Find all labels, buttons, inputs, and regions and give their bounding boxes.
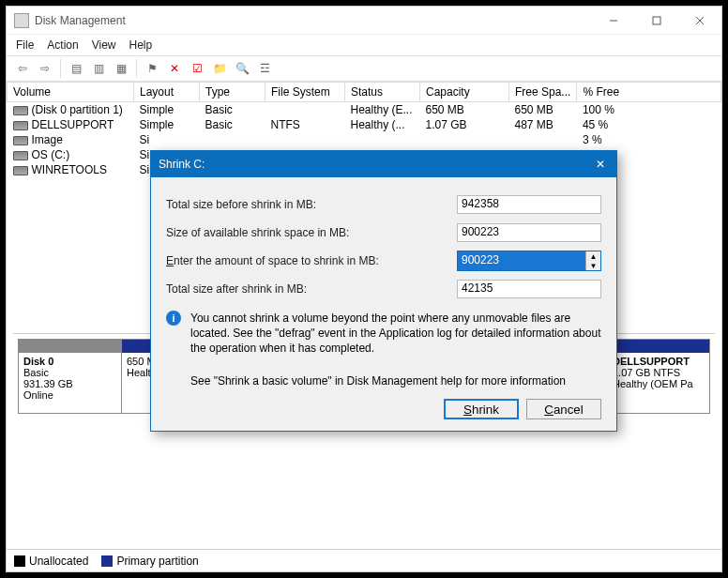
col-free[interactable]: Free Spa... [509, 83, 577, 102]
properties-icon[interactable]: ☲ [254, 58, 275, 79]
back-icon[interactable]: ⇦ [12, 58, 33, 79]
menu-view[interactable]: View [92, 38, 116, 52]
partition-dellsupport[interactable]: DELLSUPPORT 1.07 GB NTFS Healthy (OEM Pa [608, 340, 709, 413]
cancel-button[interactable]: Cancel [526, 399, 601, 419]
close-button[interactable] [678, 7, 721, 35]
disk-info: Disk 0 Basic 931.39 GB Online [19, 340, 122, 413]
titlebar: Disk Management [7, 7, 721, 35]
maximize-button[interactable] [635, 7, 678, 35]
input-shrink-amount[interactable]: 900223 ▲ ▼ [457, 251, 601, 271]
shrink-button[interactable]: Shrink [444, 399, 519, 419]
dialog-title: Shrink C: [159, 158, 592, 171]
view-mid-icon[interactable]: ▥ [88, 58, 109, 79]
dialog-titlebar: Shrink C: ✕ [151, 151, 616, 177]
value-total-after: 42135 [457, 280, 601, 298]
menu-help[interactable]: Help [129, 38, 153, 52]
label-available-shrink: Size of available shrink space in MB: [166, 226, 457, 239]
view-top-icon[interactable]: ▤ [66, 58, 86, 79]
menu-action[interactable]: Action [47, 38, 78, 52]
spin-down-icon[interactable]: ▼ [586, 261, 600, 270]
table-row[interactable]: ImageSi3 % [8, 132, 721, 147]
app-icon [14, 13, 29, 28]
info-text-2: See "Shrink a basic volume" in Disk Mana… [190, 373, 601, 388]
col-fs[interactable]: File System [265, 83, 345, 102]
spin-up-icon[interactable]: ▲ [586, 251, 600, 261]
col-capacity[interactable]: Capacity [420, 83, 509, 102]
dialog-close-button[interactable]: ✕ [592, 158, 609, 171]
legend: Unallocated Primary partition [7, 549, 721, 571]
value-available-shrink: 900223 [457, 223, 601, 242]
col-volume[interactable]: Volume [8, 83, 134, 102]
col-pctfree[interactable]: % Free [577, 83, 721, 102]
toolbar: ⇦ ⇨ ▤ ▥ ▦ ⚑ ✕ ☑ 📁 🔍 ☲ [7, 55, 721, 82]
label-total-after: Total size after shrink in MB: [166, 282, 457, 296]
delete-icon[interactable]: ✕ [164, 58, 185, 79]
label-enter-amount: Enter the amount of space to shrink in M… [166, 254, 457, 267]
menubar: File Action View Help [7, 35, 721, 55]
shrink-dialog: Shrink C: ✕ Total size before shrink in … [150, 150, 617, 432]
col-layout[interactable]: Layout [134, 83, 200, 102]
minimize-button[interactable] [592, 7, 635, 35]
info-text-1: You cannot shrink a volume beyond the po… [190, 311, 601, 357]
svg-rect-1 [653, 17, 660, 24]
check-icon[interactable]: ☑ [187, 58, 207, 79]
folder-icon[interactable]: 📁 [209, 58, 230, 79]
view-bottom-icon[interactable]: ▦ [111, 58, 131, 79]
action-icon[interactable]: ⚑ [142, 58, 162, 79]
window-title: Disk Management [35, 14, 592, 27]
col-status[interactable]: Status [345, 83, 420, 102]
legend-unallocated: Unallocated [29, 555, 88, 568]
table-row[interactable]: (Disk 0 partition 1)SimpleBasicHealthy (… [8, 102, 721, 118]
forward-icon[interactable]: ⇨ [35, 58, 55, 79]
info-icon: i [166, 311, 181, 326]
legend-primary: Primary partition [116, 555, 198, 568]
table-row[interactable]: DELLSUPPORTSimpleBasicNTFSHealthy (...1.… [8, 117, 721, 132]
menu-file[interactable]: File [16, 38, 34, 52]
col-type[interactable]: Type [200, 83, 265, 102]
label-total-before: Total size before shrink in MB: [166, 198, 457, 211]
search-icon[interactable]: 🔍 [232, 58, 252, 79]
value-total-before: 942358 [457, 195, 601, 214]
